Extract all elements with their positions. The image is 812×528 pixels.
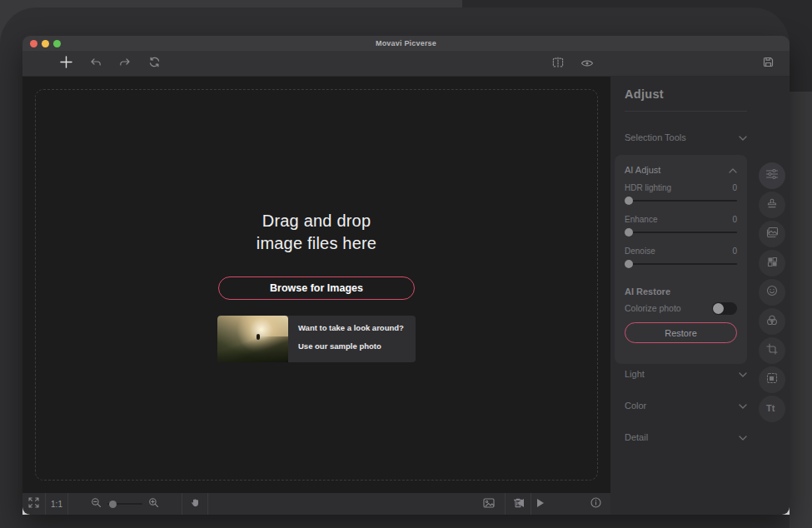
section-light[interactable]: Light: [625, 366, 747, 382]
statusbar: 1:1: [22, 493, 610, 515]
colorize-photo-label: Colorize photo: [625, 303, 681, 313]
hdr-lighting-control: HDR lighting 0: [625, 183, 737, 202]
text-icon: Tt: [765, 401, 779, 416]
colorize-photo-row: Colorize photo: [625, 301, 737, 315]
redo-button[interactable]: [112, 51, 137, 77]
sample-photo-card[interactable]: Want to take a look around? Use our samp…: [217, 316, 416, 362]
hdr-lighting-label: HDR lighting: [625, 183, 671, 192]
zoom-controls: [68, 493, 182, 515]
browse-for-images-button[interactable]: Browse for Images: [218, 276, 415, 300]
fit-to-screen-button[interactable]: [22, 493, 46, 515]
image-icon: [483, 496, 495, 511]
sample-card-line1: Want to take a look around?: [298, 323, 409, 332]
next-icon[interactable]: [536, 496, 545, 511]
reset-button[interactable]: [142, 51, 167, 77]
tool-change-background-button[interactable]: [759, 221, 785, 247]
denoise-control: Denoise 0: [625, 247, 737, 265]
compare-view-button[interactable]: [545, 51, 570, 77]
crop-icon: [766, 343, 778, 358]
tool-resize-button[interactable]: [759, 366, 785, 393]
navigation-section: [208, 493, 506, 515]
zoom-in-icon[interactable]: [148, 496, 159, 511]
panel-divider: [625, 111, 747, 112]
sample-photo-thumbnail: [217, 316, 288, 362]
tool-strip: Tt: [759, 162, 785, 422]
zoom-ratio-label: 1:1: [51, 500, 62, 509]
tool-effects-button[interactable]: [759, 308, 785, 335]
cyclist-silhouette: [257, 334, 260, 340]
info-icon[interactable]: [590, 496, 601, 511]
zoom-out-icon[interactable]: [91, 496, 102, 511]
add-image-button[interactable]: [53, 51, 78, 77]
save-button[interactable]: [755, 51, 780, 77]
app-window: Movavi Picverse: [22, 36, 790, 515]
titlebar: Movavi Picverse: [22, 36, 790, 51]
adjust-panel: Adjust Selection Tools AI Adjust HDR lig…: [610, 77, 790, 515]
enhance-slider[interactable]: [625, 232, 737, 233]
panel-title: Adjust: [625, 87, 664, 101]
section-color[interactable]: Color: [625, 397, 747, 414]
marquee-icon: [766, 372, 778, 387]
stamp-icon: [766, 197, 778, 212]
hdr-lighting-slider-knob[interactable]: [625, 197, 633, 205]
toolbar: [22, 51, 790, 77]
section-selection-tools[interactable]: Selection Tools: [625, 129, 747, 146]
zoom-slider[interactable]: [107, 503, 142, 505]
redo-icon: [118, 57, 132, 72]
denoise-label: Denoise: [625, 247, 655, 256]
window-title: Movavi Picverse: [22, 39, 790, 47]
toggle-knob: [713, 303, 724, 314]
hdr-lighting-slider[interactable]: [625, 200, 737, 202]
chevron-down-icon: [739, 369, 747, 379]
tool-adjust-button[interactable]: [759, 162, 785, 189]
hand-tool-button[interactable]: [182, 493, 208, 515]
dropzone-text: Drag and drop image files here: [22, 210, 610, 255]
preview-original-button[interactable]: [575, 51, 600, 77]
refresh-icon: [148, 56, 161, 72]
ai-restore-label: AI Restore: [625, 286, 670, 296]
tool-text-button[interactable]: Tt: [759, 396, 785, 422]
denoise-slider-knob[interactable]: [625, 260, 633, 268]
enhance-value: 0: [732, 215, 737, 224]
enhance-slider-knob[interactable]: [625, 228, 633, 237]
photo-icon: [766, 227, 779, 242]
svg-text:Tt: Tt: [766, 403, 775, 413]
undo-button[interactable]: [83, 51, 108, 77]
sliders-icon: [765, 168, 779, 183]
show-image-info-button[interactable]: [478, 493, 500, 515]
actual-size-button[interactable]: 1:1: [46, 493, 68, 515]
undo-icon: [89, 57, 102, 72]
compare-icon: [551, 57, 565, 72]
section-ai-adjust[interactable]: AI Adjust: [625, 163, 737, 177]
canvas-dropzone[interactable]: Drag and drop image files here Browse fo…: [22, 77, 610, 493]
tool-retouch-button[interactable]: [759, 192, 785, 218]
ai-adjust-label: AI Adjust: [625, 165, 660, 175]
save-icon: [762, 56, 775, 72]
venn-circles-icon: [766, 314, 778, 329]
eye-icon: [580, 57, 594, 72]
chevron-up-icon: [729, 165, 737, 175]
chevron-down-icon: [739, 132, 747, 142]
light-label: Light: [625, 369, 645, 379]
hand-icon: [190, 496, 201, 511]
fit-screen-icon: [28, 496, 39, 511]
dropzone-line2: image files here: [22, 232, 610, 255]
section-detail[interactable]: Detail: [625, 429, 747, 446]
color-label: Color: [625, 401, 646, 411]
enhance-label: Enhance: [625, 215, 657, 224]
enhance-control: Enhance 0: [625, 215, 737, 233]
denoise-slider[interactable]: [625, 263, 737, 265]
checker-icon: [767, 256, 778, 271]
smiley-icon: [766, 285, 778, 300]
tool-crop-button[interactable]: [759, 337, 785, 364]
prev-icon[interactable]: [516, 496, 525, 511]
plus-icon: [59, 55, 73, 72]
selection-tools-label: Selection Tools: [625, 132, 686, 142]
restore-button[interactable]: Restore: [625, 322, 737, 343]
colorize-photo-toggle[interactable]: [712, 302, 737, 315]
denoise-value: 0: [732, 247, 737, 256]
zoom-slider-knob[interactable]: [109, 501, 117, 508]
tool-face-retouch-button[interactable]: [759, 279, 785, 306]
sample-card-text: Want to take a look around? Use our samp…: [288, 316, 416, 362]
tool-erase-objects-button[interactable]: [759, 250, 785, 276]
